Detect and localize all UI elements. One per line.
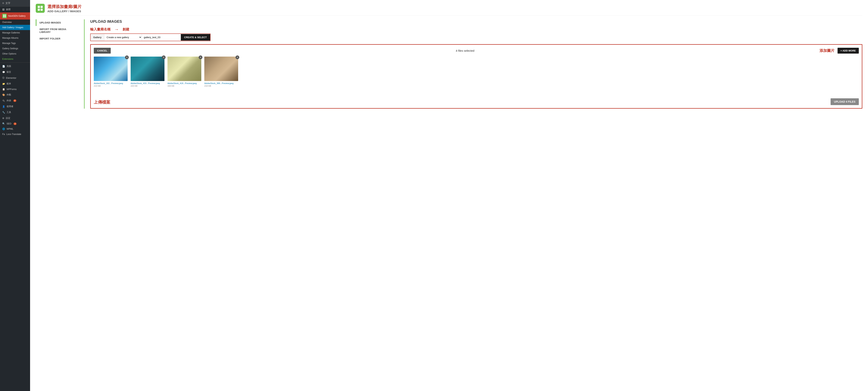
- add-gallery-label: Add Gallery / Images: [2, 26, 23, 29]
- page-title-english: ADD GALLERY / IMAGES: [48, 9, 82, 13]
- image-thumb-1: [94, 57, 128, 81]
- appearance-icon: 🎨: [2, 94, 5, 96]
- loco-label: Loco Translate: [6, 133, 21, 136]
- left-nav-upload-images[interactable]: UPLOAD IMAGES: [36, 19, 80, 26]
- image-name-2: AdobeStock_433...Preview.jpeg: [131, 82, 164, 84]
- menu-icon: ≡: [2, 1, 4, 5]
- sidebar-item-nextgen[interactable]: NextGEN Gallery: [0, 12, 30, 20]
- image-name-3: AdobeStock_418...Preview.jpeg: [167, 82, 201, 84]
- sidebar-item-comments[interactable]: 💬 留言: [0, 69, 30, 75]
- image-thumb-wrap-1: ✕: [94, 57, 128, 81]
- appearance-label: 外觀: [7, 93, 11, 96]
- image-remove-4[interactable]: ✕: [236, 56, 239, 59]
- image-name-4: AdobeStock_388...Preview.jpeg: [204, 82, 238, 84]
- nextgen-label: NextGEN Gallery: [8, 15, 26, 17]
- sidebar-item-wpml[interactable]: 🌐 WPML: [0, 126, 30, 131]
- wpforms-label: WPForms: [7, 88, 17, 91]
- image-thumb-wrap-2: ✕: [131, 57, 164, 81]
- image-thumb-3: [167, 57, 201, 81]
- extensions-label: Extensions: [2, 58, 13, 60]
- image-card-3: ✕ AdobeStock_418...Preview.jpeg 339 KB: [167, 57, 201, 87]
- overview-label: Overview: [2, 21, 12, 24]
- wpml-label: WPML: [7, 128, 13, 130]
- gallery-label: Gallery: [91, 34, 104, 40]
- sidebar-item-gallery-settings[interactable]: Gallery Settings: [0, 46, 30, 51]
- elementor-icon: ⓪: [2, 76, 4, 80]
- sidebar-item-wpforms[interactable]: 📋 WPForms: [0, 87, 30, 92]
- sidebar-item-tools[interactable]: 🔧 工具: [0, 110, 30, 115]
- image-size-1: 210 KB: [94, 85, 128, 87]
- sidebar: ≡ 文字 🖼 媒體 NextGEN Gallery Overview Add G…: [0, 0, 30, 391]
- input-annotation: 輸入畫廊名稱: [90, 27, 111, 32]
- sidebar-item-extensions[interactable]: Extensions: [0, 56, 30, 62]
- upload-container: CANCEL 4 files selected 添加圖片 + ADD MORE: [90, 44, 862, 109]
- annotation-row: 輸入畫廊名稱 → 創建: [90, 27, 862, 32]
- settings-icon: ⚙: [2, 117, 4, 120]
- seo-icon: 🔍: [2, 122, 5, 125]
- cancel-button[interactable]: CANCEL: [94, 48, 111, 54]
- sidebar-item-manage-albums[interactable]: Manage Albums: [0, 35, 30, 40]
- annotation-arrow: →: [114, 27, 119, 32]
- sidebar-item-other-options[interactable]: Other Options: [0, 51, 30, 56]
- create-select-button[interactable]: CREATE & SELECT: [181, 34, 210, 40]
- add-more-button[interactable]: + ADD MORE: [838, 48, 859, 54]
- import-media-label: IMPORT FROM MEDIA LIBRARY: [39, 28, 66, 33]
- sidebar-item-add-gallery[interactable]: Add Gallery / Images: [0, 25, 30, 30]
- add-images-annotation: 添加圖片: [819, 48, 835, 53]
- media-label: 媒體: [6, 8, 10, 11]
- media-icon: 🖼: [2, 8, 4, 11]
- plugins-icon: 🔌: [2, 99, 5, 102]
- image-size-4: 218 KB: [204, 85, 238, 87]
- gallery-name-input[interactable]: [142, 34, 181, 40]
- image-name-1: AdobeStock_182...Preview.jpeg: [94, 82, 128, 84]
- svg-rect-1: [5, 15, 6, 16]
- page-title-block: 選擇添加畫廊/圖片 ADD GALLERY / IMAGES: [48, 4, 82, 13]
- pages-label: 頁面: [7, 65, 11, 68]
- section-title: UPLOAD IMAGES: [90, 19, 862, 24]
- image-size-3: 339 KB: [167, 85, 201, 87]
- sidebar-item-loco[interactable]: Fa Loco Translate: [0, 131, 30, 137]
- sidebar-top-label: 文字: [5, 1, 10, 5]
- image-size-2: 220 KB: [131, 85, 164, 87]
- image-thumb-2: [131, 57, 164, 81]
- image-thumb-wrap-3: ✕: [167, 57, 201, 81]
- left-nav-import-media[interactable]: IMPORT FROM MEDIA LIBRARY: [36, 26, 80, 35]
- manage-galleries-label: Manage Galleries: [2, 31, 20, 34]
- sidebar-item-overview[interactable]: Overview: [0, 20, 30, 25]
- right-content: UPLOAD IMAGES 輸入畫廊名稱 → 創建 Gallery Create…: [85, 19, 862, 109]
- sidebar-item-appearance[interactable]: 🎨 外觀: [0, 92, 30, 98]
- left-nav-import-folder[interactable]: IMPORT FOLDER: [36, 35, 80, 42]
- left-nav: UPLOAD IMAGES IMPORT FROM MEDIA LIBRARY …: [36, 19, 85, 109]
- elementor-label: Elementor: [6, 77, 17, 79]
- gallery-form: Gallery Create a new gallery CREATE & SE…: [90, 33, 211, 41]
- gallery-select[interactable]: Create a new gallery: [104, 34, 142, 41]
- svg-rect-3: [5, 16, 6, 17]
- sidebar-item-elementor[interactable]: ⓪ Elementor: [0, 75, 30, 81]
- sidebar-item-settings[interactable]: ⚙ 設定: [0, 115, 30, 121]
- image-remove-3[interactable]: ✕: [199, 56, 203, 59]
- image-remove-2[interactable]: ✕: [162, 56, 165, 59]
- image-remove-1[interactable]: ✕: [125, 56, 129, 59]
- sidebar-top: ≡ 文字: [0, 0, 30, 7]
- sidebar-item-plugins[interactable]: 🔌 外掛 4: [0, 98, 30, 103]
- svg-rect-2: [3, 16, 4, 17]
- sidebar-item-seo[interactable]: 🔍 SEO 3: [0, 121, 30, 126]
- seo-badge: 3: [13, 123, 17, 125]
- sidebar-item-users[interactable]: 👤 使用者: [0, 103, 30, 110]
- sidebar-item-template[interactable]: 📁 範本: [0, 81, 30, 87]
- main-content: 選擇添加畫廊/圖片 ADD GALLERY / IMAGES UPLOAD IM…: [30, 0, 868, 391]
- sidebar-item-media[interactable]: 🖼 媒體: [0, 7, 30, 12]
- sidebar-item-pages[interactable]: 📄 頁面: [0, 63, 30, 69]
- sidebar-item-manage-galleries[interactable]: Manage Galleries: [0, 30, 30, 35]
- upload-files-button[interactable]: UPLOAD 4 FILES: [831, 98, 859, 105]
- divider-1: [0, 62, 30, 63]
- create-annotation: 創建: [123, 27, 129, 32]
- content-area: 選擇添加畫廊/圖片 ADD GALLERY / IMAGES UPLOAD IM…: [30, 0, 868, 391]
- wpforms-icon: 📋: [2, 88, 5, 91]
- template-icon: 📁: [2, 83, 5, 85]
- page-header: 選擇添加畫廊/圖片 ADD GALLERY / IMAGES: [36, 4, 862, 16]
- sidebar-item-manage-tags[interactable]: Manage Tags: [0, 40, 30, 46]
- manage-albums-label: Manage Albums: [2, 37, 19, 39]
- image-thumb-wrap-4: ✕: [204, 57, 238, 81]
- template-label: 範本: [7, 82, 11, 85]
